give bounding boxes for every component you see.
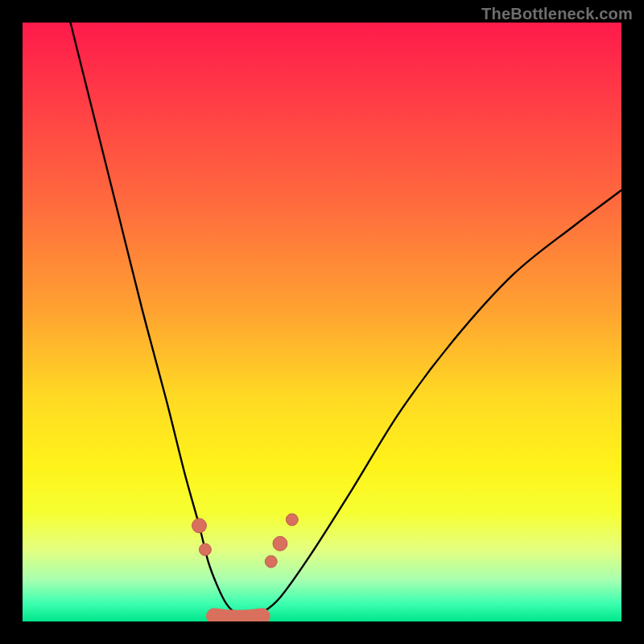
curve-marker xyxy=(199,543,211,555)
curve-marker xyxy=(286,514,298,526)
valley-marker-band xyxy=(214,616,262,618)
bottleneck-curve xyxy=(71,23,621,616)
plot-area xyxy=(23,23,621,621)
curve-marker xyxy=(265,555,277,568)
curve-marker xyxy=(192,518,207,533)
watermark-text: TheBottleneck.com xyxy=(481,5,633,23)
curve-layer xyxy=(23,23,621,621)
curve-marker xyxy=(273,536,287,551)
outer-frame: TheBottleneck.com xyxy=(0,0,644,644)
